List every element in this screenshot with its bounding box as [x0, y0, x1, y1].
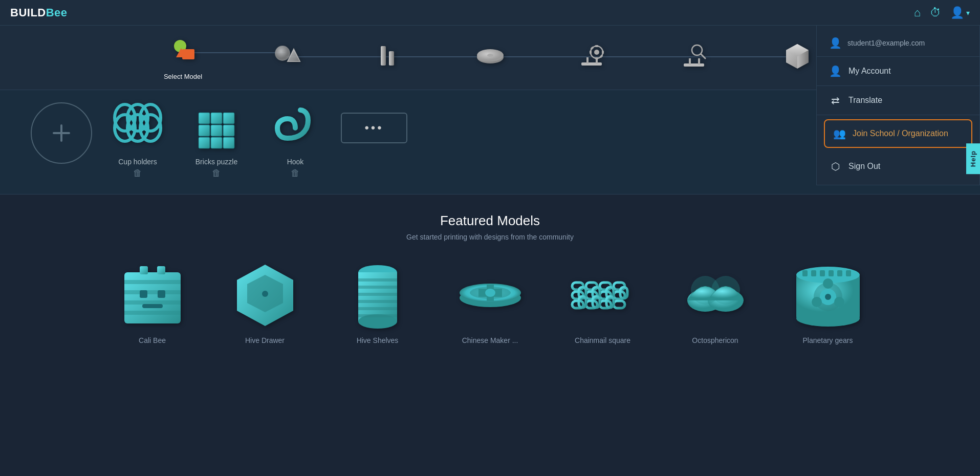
- more-dots-label: •••: [364, 121, 383, 135]
- planetary-gears-thumb: [787, 259, 869, 331]
- workflow-step-preview[interactable]: [439, 37, 541, 77]
- dropdown-translate[interactable]: ⇄ Translate: [817, 86, 979, 115]
- svg-rect-54: [140, 290, 147, 298]
- svg-rect-58: [157, 266, 165, 274]
- svg-rect-65: [358, 278, 397, 282]
- featured-name-hive-shelves: Hive Shelves: [357, 336, 399, 344]
- bricks-puzzle-shape: [188, 102, 245, 154]
- home-icon[interactable]: ⌂: [914, 6, 921, 19]
- model-delete-hook[interactable]: 🗑: [291, 168, 300, 179]
- cup-holders-thumb: [104, 102, 171, 154]
- bricks-puzzle-thumb: [183, 102, 250, 154]
- cup-holders-shape: [110, 102, 166, 154]
- svg-rect-42: [199, 125, 210, 136]
- svg-point-113: [834, 297, 844, 307]
- workflow-step-monitor[interactable]: [644, 37, 746, 77]
- more-models-button[interactable]: •••: [341, 113, 407, 143]
- help-tab[interactable]: Help: [966, 143, 980, 174]
- octosphericon-thumb: [674, 259, 756, 331]
- workflow-step-arrange[interactable]: [234, 37, 337, 77]
- plus-icon: [49, 120, 74, 146]
- svg-rect-104: [811, 270, 816, 276]
- svg-rect-39: [199, 113, 210, 124]
- user-email-icon: 👤: [829, 37, 841, 49]
- svg-rect-45: [199, 137, 210, 148]
- workflow-step-send-print[interactable]: [541, 37, 644, 77]
- svg-rect-88: [614, 301, 625, 308]
- chainmail-shape: [564, 262, 641, 329]
- hive-shelves-shape: [339, 262, 416, 329]
- svg-rect-55: [158, 290, 165, 298]
- featured-grid: Cali Bee Hive: [31, 259, 949, 344]
- svg-rect-18: [595, 57, 598, 59]
- chinese-maker-shape: [452, 262, 529, 329]
- history-icon[interactable]: ⏱: [930, 6, 941, 19]
- hook-thumb: [262, 102, 329, 154]
- dropdown-join-org[interactable]: 👥 Join School / Organization: [824, 119, 972, 148]
- svg-rect-69: [358, 307, 397, 310]
- dropdown-menu: 👤 student1@example.com 👤 My Account ⇄ Tr…: [816, 26, 980, 185]
- model-name-hook: Hook: [287, 158, 304, 166]
- user-email-text: student1@example.com: [847, 39, 925, 47]
- model-card-more[interactable]: •••: [341, 113, 407, 143]
- svg-rect-106: [829, 270, 834, 276]
- chainmail-thumb: [562, 259, 644, 331]
- svg-rect-44: [223, 125, 234, 136]
- add-model-card[interactable]: [31, 102, 92, 164]
- svg-rect-68: [358, 300, 397, 303]
- shapes-arrange-icon: [269, 39, 302, 72]
- svg-rect-40: [211, 113, 222, 124]
- svg-rect-67: [358, 293, 397, 296]
- octosphericon-shape: [677, 262, 754, 329]
- model-card-cup-holders[interactable]: Cup holders 🗑: [104, 102, 171, 179]
- featured-models-section: Featured Models Get started printing wit…: [0, 194, 980, 365]
- add-model-button[interactable]: [31, 102, 92, 164]
- featured-name-chainmail: Chainmail square: [575, 336, 630, 344]
- featured-item-planetary-gears[interactable]: Planetary gears: [777, 259, 879, 344]
- svg-rect-2: [182, 49, 194, 59]
- svg-point-76: [485, 289, 495, 297]
- svg-rect-50: [124, 280, 181, 284]
- featured-item-chinese-maker[interactable]: Chinese Maker ...: [439, 259, 541, 344]
- featured-item-hive-drawer[interactable]: Hive Drawer: [214, 259, 316, 344]
- models-grid: Cup holders 🗑: [31, 102, 949, 179]
- svg-point-4: [275, 46, 290, 60]
- featured-subtitle: Get started printing with designs from t…: [31, 233, 949, 241]
- sign-out-label: Sign Out: [848, 162, 880, 171]
- featured-item-chainmail[interactable]: Chainmail square: [552, 259, 654, 344]
- magnify-platform-icon: [679, 39, 711, 72]
- svg-rect-70: [358, 314, 397, 317]
- featured-item-octosphericon[interactable]: Octosphericon: [664, 259, 767, 344]
- svg-rect-47: [223, 137, 234, 148]
- featured-item-cali-bee[interactable]: Cali Bee: [101, 259, 204, 344]
- cali-bee-shape: [114, 262, 191, 329]
- preview-icon: [472, 37, 509, 74]
- model-card-bricks-puzzle[interactable]: Bricks puzzle 🗑: [183, 102, 250, 179]
- select-model-icon: [165, 33, 202, 70]
- help-label: Help: [969, 150, 977, 167]
- workflow-step-settings[interactable]: [337, 37, 439, 77]
- workflow-step-select-model[interactable]: Select Model: [132, 33, 234, 80]
- my-account-label: My Account: [848, 67, 891, 76]
- model-card-hook[interactable]: Hook 🗑: [262, 102, 329, 179]
- model-name-cup-holders: Cup holders: [118, 158, 157, 166]
- model-delete-bricks-puzzle[interactable]: 🗑: [212, 168, 221, 179]
- svg-rect-103: [802, 270, 808, 276]
- svg-rect-8: [389, 51, 394, 66]
- arrange-icon: [267, 37, 304, 74]
- svg-point-11: [487, 54, 493, 57]
- account-button[interactable]: 👤 ▾: [950, 6, 970, 19]
- svg-rect-56: [142, 304, 163, 308]
- svg-rect-20: [602, 51, 604, 54]
- model-delete-cup-holders[interactable]: 🗑: [133, 168, 142, 179]
- dropdown-sign-out[interactable]: ⬡ Sign Out: [817, 152, 979, 181]
- hive-shelves-thumb: [337, 259, 419, 331]
- disc-icon: [474, 39, 507, 72]
- dropdown-my-account[interactable]: 👤 My Account: [817, 57, 979, 86]
- chinese-maker-thumb: [449, 259, 531, 331]
- featured-item-hive-shelves[interactable]: Hive Shelves: [326, 259, 429, 344]
- svg-rect-53: [124, 311, 181, 315]
- svg-line-27: [701, 54, 705, 58]
- cali-bee-thumb: [112, 259, 193, 331]
- logo: BUILDBee: [10, 6, 68, 19]
